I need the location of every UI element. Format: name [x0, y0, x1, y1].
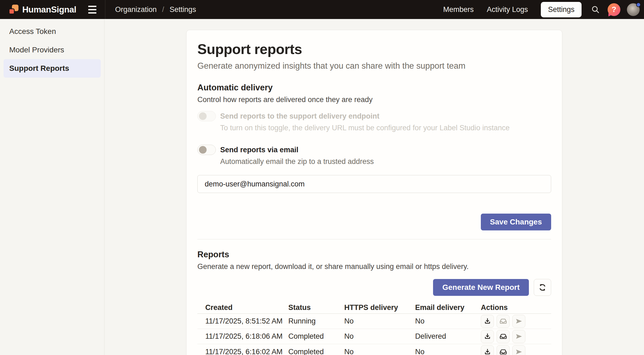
reports-table: Created Status HTTPS delivery Email deli…	[197, 302, 551, 355]
breadcrumb-separator: /	[162, 5, 164, 14]
cell-email-delivery: Delivered	[415, 332, 481, 341]
notification-badge	[636, 2, 641, 7]
download-report-button[interactable]	[481, 315, 494, 328]
inbox-icon	[500, 333, 507, 340]
reports-table-header: Created Status HTTPS delivery Email deli…	[197, 302, 551, 314]
send-report-button[interactable]	[512, 315, 525, 328]
cell-email-delivery: No	[415, 317, 481, 325]
brand-logo[interactable]: HumanSignal	[8, 4, 76, 15]
inbox-icon	[500, 318, 507, 325]
cell-status: Running	[288, 317, 344, 325]
nav-members-link[interactable]: Members	[443, 5, 474, 14]
breadcrumb-settings[interactable]: Settings	[170, 5, 196, 14]
generate-new-report-button[interactable]: Generate New Report	[433, 279, 529, 296]
download-icon	[484, 318, 491, 325]
cell-status: Completed	[288, 348, 344, 355]
cell-actions	[481, 330, 551, 343]
sidebar-item-support-reports[interactable]: Support Reports	[4, 59, 101, 78]
endpoint-delivery-toggle	[197, 111, 216, 121]
hamburger-icon	[88, 6, 96, 7]
download-icon	[484, 333, 491, 340]
user-avatar[interactable]	[627, 3, 640, 16]
nav-activity-logs-link[interactable]: Activity Logs	[487, 5, 528, 14]
page-title: Support reports	[197, 41, 551, 57]
endpoint-delivery-toggle-row: Send reports to the support delivery end…	[197, 111, 551, 132]
email-delivery-toggle-description: Automatically email the zip to a trusted…	[220, 157, 374, 166]
table-row: 11/17/2025, 6:16:02 AM Completed No No	[197, 344, 551, 355]
send-icon	[515, 318, 523, 325]
search-icon	[591, 5, 600, 14]
email-delivery-toggle-row: Send reports via email Automatically ema…	[197, 145, 551, 166]
toggle-knob	[199, 112, 207, 120]
send-icon	[515, 348, 523, 355]
download-report-button[interactable]	[481, 345, 494, 355]
email-report-button	[497, 315, 510, 328]
column-actions: Actions	[481, 303, 551, 312]
breadcrumb-organization[interactable]: Organization	[115, 5, 157, 14]
reports-description: Generate a new report, download it, or s…	[197, 262, 551, 271]
refresh-icon	[538, 283, 547, 291]
menu-toggle-button[interactable]	[87, 4, 98, 15]
cell-https-delivery: No	[344, 332, 415, 341]
column-https-delivery: HTTPS delivery	[344, 303, 415, 312]
settings-sidebar: Access Token Model Providers Support Rep…	[0, 19, 105, 355]
cell-https-delivery: No	[344, 317, 415, 325]
email-delivery-toggle[interactable]	[197, 145, 216, 155]
send-report-button[interactable]	[512, 330, 525, 343]
cell-created: 11/17/2025, 6:18:06 AM	[197, 332, 288, 341]
reports-heading: Reports	[197, 250, 551, 259]
cell-created: 11/17/2025, 6:16:02 AM	[197, 348, 288, 355]
cell-email-delivery: No	[415, 348, 481, 355]
sidebar-item-label: Access Token	[9, 27, 56, 36]
help-button[interactable]: ?	[608, 3, 620, 16]
table-row: 11/17/2025, 6:18:06 AM Completed No Deli…	[197, 329, 551, 344]
endpoint-delivery-toggle-label: Send reports to the support delivery end…	[220, 111, 510, 121]
sidebar-item-label: Support Reports	[9, 64, 69, 73]
question-mark-icon: ?	[612, 5, 616, 14]
nav-divider	[105, 0, 105, 19]
automatic-delivery-heading: Automatic delivery	[197, 83, 551, 93]
cell-status: Completed	[288, 332, 344, 341]
cell-actions	[481, 345, 551, 355]
main-content: Support reports Generate anonymized insi…	[105, 19, 644, 355]
automatic-delivery-description: Control how reports are delivered once t…	[197, 95, 551, 104]
sidebar-item-model-providers[interactable]: Model Providers	[4, 41, 101, 59]
column-status: Status	[288, 303, 344, 312]
sidebar-item-access-token[interactable]: Access Token	[4, 22, 101, 41]
cell-https-delivery: No	[344, 348, 415, 355]
humansignal-logo-icon	[8, 4, 19, 15]
brand-name: HumanSignal	[22, 5, 76, 15]
email-report-button[interactable]	[497, 330, 510, 343]
nav-settings-link[interactable]: Settings	[541, 2, 582, 17]
trusted-email-input[interactable]	[197, 175, 551, 193]
page-subtitle: Generate anonymized insights that you ca…	[197, 61, 551, 71]
sidebar-item-label: Model Providers	[9, 46, 64, 54]
email-report-button[interactable]	[497, 345, 510, 355]
toggle-knob	[199, 146, 207, 154]
save-changes-button[interactable]: Save Changes	[481, 214, 551, 230]
cell-actions	[481, 315, 551, 328]
column-created: Created	[197, 303, 288, 312]
breadcrumb: Organization / Settings	[115, 5, 196, 14]
email-delivery-toggle-label: Send reports via email	[220, 145, 374, 155]
search-button[interactable]	[589, 3, 602, 16]
cell-created: 11/17/2025, 8:51:52 AM	[197, 317, 288, 325]
send-icon	[515, 333, 523, 340]
table-row: 11/17/2025, 8:51:52 AM Running No No	[197, 314, 551, 329]
endpoint-delivery-toggle-description: To turn on this toggle, the delivery URL…	[220, 123, 510, 132]
top-navbar: HumanSignal Organization / Settings Memb…	[0, 0, 644, 19]
refresh-reports-button[interactable]	[534, 279, 551, 296]
send-report-button[interactable]	[512, 345, 525, 355]
support-reports-card: Support reports Generate anonymized insi…	[186, 30, 562, 355]
download-report-button[interactable]	[481, 330, 494, 343]
inbox-icon	[500, 348, 507, 355]
column-email-delivery: Email delivery	[415, 303, 481, 312]
download-icon	[484, 348, 491, 355]
section-divider	[197, 239, 551, 239]
